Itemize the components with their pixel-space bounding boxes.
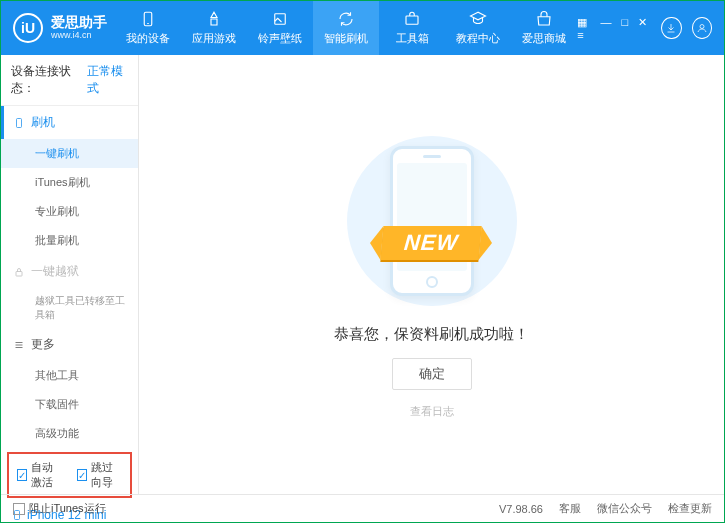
- sidebar-item-itunes-flash[interactable]: iTunes刷机: [1, 168, 138, 197]
- checkbox-label: 阻止iTunes运行: [29, 501, 106, 516]
- svg-rect-6: [16, 271, 22, 276]
- sidebar-item-advanced[interactable]: 高级功能: [1, 419, 138, 448]
- confirm-button[interactable]: 确定: [392, 358, 472, 390]
- sidebar-item-pro-flash[interactable]: 专业刷机: [1, 197, 138, 226]
- store-icon: [535, 10, 553, 28]
- main-content: NEW 恭喜您，保资料刷机成功啦！ 确定 查看日志: [139, 55, 724, 494]
- maximize-button[interactable]: □: [622, 16, 629, 41]
- menu-icon: [13, 339, 25, 351]
- svg-point-4: [700, 25, 704, 29]
- nav-store[interactable]: 爱思商城: [511, 1, 577, 55]
- title-bar: iU 爱思助手 www.i4.cn 我的设备 应用游戏 铃声壁纸 智能刷机 工具…: [1, 1, 724, 55]
- svg-rect-3: [406, 16, 418, 24]
- version-label: V7.98.66: [499, 503, 543, 515]
- nav-flash[interactable]: 智能刷机: [313, 1, 379, 55]
- check-icon: ✓: [77, 469, 87, 481]
- svg-rect-5: [17, 118, 22, 127]
- phone-illustration-icon: [390, 146, 474, 296]
- apps-icon: [205, 10, 223, 28]
- checkbox-label: 跳过向导: [91, 460, 123, 490]
- nav-label: 铃声壁纸: [258, 31, 302, 46]
- checkbox-auto-activate[interactable]: ✓ 自动激活: [17, 460, 63, 490]
- nav-label: 应用游戏: [192, 31, 236, 46]
- success-message: 恭喜您，保资料刷机成功啦！: [334, 325, 529, 344]
- connection-status: 设备连接状态： 正常模式: [1, 55, 138, 106]
- close-button[interactable]: ✕: [638, 16, 647, 41]
- nav-label: 教程中心: [456, 31, 500, 46]
- phone-icon: [13, 117, 25, 129]
- new-ribbon: NEW: [381, 226, 482, 260]
- main-nav: 我的设备 应用游戏 铃声壁纸 智能刷机 工具箱 教程中心 爱思商城: [115, 1, 577, 55]
- section-label: 更多: [31, 336, 55, 353]
- lock-icon: [13, 266, 25, 278]
- nav-label: 智能刷机: [324, 31, 368, 46]
- customer-service-link[interactable]: 客服: [559, 501, 581, 516]
- nav-label: 工具箱: [396, 31, 429, 46]
- status-label: 设备连接状态：: [11, 63, 83, 97]
- section-flash[interactable]: 刷机: [1, 106, 138, 139]
- check-icon: ✓: [17, 469, 27, 481]
- brand-url: www.i4.cn: [51, 31, 107, 41]
- user-button[interactable]: [692, 17, 712, 39]
- jailbreak-note: 越狱工具已转移至工具箱: [1, 288, 138, 328]
- flash-options-highlight: ✓ 自动激活 ✓ 跳过向导: [7, 452, 132, 498]
- sidebar-item-other-tools[interactable]: 其他工具: [1, 361, 138, 390]
- section-more[interactable]: 更多: [1, 328, 138, 361]
- checkbox-block-itunes[interactable]: 阻止iTunes运行: [13, 501, 106, 516]
- success-illustration: NEW: [332, 131, 532, 311]
- section-jailbreak[interactable]: 一键越狱: [1, 255, 138, 288]
- brand-name: 爱思助手: [51, 15, 107, 30]
- nav-toolbox[interactable]: 工具箱: [379, 1, 445, 55]
- app-logo: iU 爱思助手 www.i4.cn: [13, 13, 115, 43]
- download-button[interactable]: [661, 17, 681, 39]
- checkbox-skip-guide[interactable]: ✓ 跳过向导: [77, 460, 123, 490]
- check-update-link[interactable]: 检查更新: [668, 501, 712, 516]
- section-label: 一键越狱: [31, 263, 79, 280]
- wechat-link[interactable]: 微信公众号: [597, 501, 652, 516]
- logo-icon: iU: [13, 13, 43, 43]
- nav-label: 爱思商城: [522, 31, 566, 46]
- wallpaper-icon: [271, 10, 289, 28]
- sidebar-item-oneclick-flash[interactable]: 一键刷机: [1, 139, 138, 168]
- nav-device[interactable]: 我的设备: [115, 1, 181, 55]
- checkbox-icon: [13, 503, 25, 515]
- refresh-icon: [337, 10, 355, 28]
- section-label: 刷机: [31, 114, 55, 131]
- sidebar-item-batch-flash[interactable]: 批量刷机: [1, 226, 138, 255]
- phone-icon: [139, 10, 157, 28]
- sidebar-item-download-firmware[interactable]: 下载固件: [1, 390, 138, 419]
- minimize-button[interactable]: —: [601, 16, 612, 41]
- nav-apps[interactable]: 应用游戏: [181, 1, 247, 55]
- footer-bar: 阻止iTunes运行 V7.98.66 客服 微信公众号 检查更新: [1, 494, 724, 522]
- sidebar: 设备连接状态： 正常模式 刷机 一键刷机 iTunes刷机 专业刷机 批量刷机 …: [1, 55, 139, 494]
- nav-tutorial[interactable]: 教程中心: [445, 1, 511, 55]
- status-value: 正常模式: [87, 63, 128, 97]
- window-controls: ▦ ≡ — □ ✕: [577, 16, 647, 41]
- nav-ringtones[interactable]: 铃声壁纸: [247, 1, 313, 55]
- menu-button[interactable]: ▦ ≡: [577, 16, 590, 41]
- checkbox-label: 自动激活: [31, 460, 63, 490]
- tutorial-icon: [469, 10, 487, 28]
- nav-label: 我的设备: [126, 31, 170, 46]
- toolbox-icon: [403, 10, 421, 28]
- view-log-link[interactable]: 查看日志: [410, 404, 454, 419]
